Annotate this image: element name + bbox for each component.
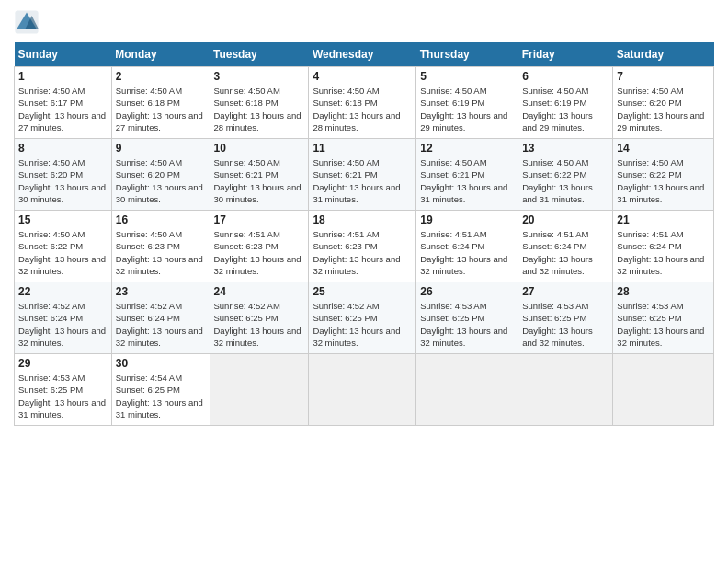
day-number: 4	[313, 70, 412, 83]
day-number: 6	[522, 70, 609, 83]
day-number: 10	[214, 142, 305, 155]
calendar-week-3: 22 Sunrise: 4:52 AM Sunset: 6:24 PM Dayl…	[15, 282, 714, 354]
logo-icon	[14, 9, 40, 35]
calendar-cell: 7 Sunrise: 4:50 AM Sunset: 6:20 PM Dayli…	[613, 67, 714, 139]
calendar-cell: 5 Sunrise: 4:50 AM Sunset: 6:19 PM Dayli…	[416, 67, 518, 139]
calendar-week-1: 8 Sunrise: 4:50 AM Sunset: 6:20 PM Dayli…	[15, 139, 714, 211]
day-info: Sunrise: 4:51 AM Sunset: 6:23 PM Dayligh…	[313, 228, 412, 277]
logo	[14, 9, 43, 35]
calendar-cell	[416, 354, 518, 426]
day-number: 3	[214, 70, 305, 83]
col-header-sunday: Sunday	[15, 42, 112, 67]
col-header-friday: Friday	[518, 42, 613, 67]
calendar-cell: 14 Sunrise: 4:50 AM Sunset: 6:22 PM Dayl…	[613, 139, 714, 211]
calendar-cell	[518, 354, 613, 426]
day-number: 27	[522, 285, 609, 298]
day-info: Sunrise: 4:52 AM Sunset: 6:24 PM Dayligh…	[18, 300, 108, 349]
col-header-thursday: Thursday	[416, 42, 518, 67]
day-info: Sunrise: 4:50 AM Sunset: 6:22 PM Dayligh…	[617, 156, 710, 205]
calendar-cell: 18 Sunrise: 4:51 AM Sunset: 6:23 PM Dayl…	[309, 211, 416, 282]
day-number: 9	[116, 142, 206, 155]
calendar-cell: 9 Sunrise: 4:50 AM Sunset: 6:20 PM Dayli…	[111, 139, 210, 211]
day-number: 23	[116, 285, 206, 298]
day-number: 11	[313, 142, 412, 155]
day-info: Sunrise: 4:53 AM Sunset: 6:25 PM Dayligh…	[18, 372, 108, 420]
calendar-cell: 25 Sunrise: 4:52 AM Sunset: 6:25 PM Dayl…	[309, 282, 416, 354]
calendar-cell: 10 Sunrise: 4:50 AM Sunset: 6:21 PM Dayl…	[210, 139, 309, 211]
day-info: Sunrise: 4:50 AM Sunset: 6:17 PM Dayligh…	[18, 85, 108, 133]
calendar-cell: 13 Sunrise: 4:50 AM Sunset: 6:22 PM Dayl…	[518, 139, 613, 211]
calendar-cell: 26 Sunrise: 4:53 AM Sunset: 6:25 PM Dayl…	[416, 282, 518, 354]
day-number: 13	[522, 142, 609, 155]
col-header-tuesday: Tuesday	[210, 42, 309, 67]
day-info: Sunrise: 4:50 AM Sunset: 6:20 PM Dayligh…	[617, 85, 710, 133]
day-info: Sunrise: 4:53 AM Sunset: 6:25 PM Dayligh…	[617, 300, 710, 349]
day-info: Sunrise: 4:50 AM Sunset: 6:19 PM Dayligh…	[522, 85, 609, 133]
calendar-cell: 15 Sunrise: 4:50 AM Sunset: 6:22 PM Dayl…	[15, 211, 112, 282]
calendar-cell: 12 Sunrise: 4:50 AM Sunset: 6:21 PM Dayl…	[416, 139, 518, 211]
day-number: 14	[617, 142, 710, 155]
day-number: 20	[522, 213, 609, 226]
day-number: 8	[18, 142, 108, 155]
day-number: 22	[18, 285, 108, 298]
day-info: Sunrise: 4:50 AM Sunset: 6:19 PM Dayligh…	[420, 85, 514, 133]
calendar-cell: 1 Sunrise: 4:50 AM Sunset: 6:17 PM Dayli…	[15, 67, 112, 139]
calendar-cell	[613, 354, 714, 426]
day-info: Sunrise: 4:52 AM Sunset: 6:25 PM Dayligh…	[214, 300, 305, 349]
calendar-cell: 20 Sunrise: 4:51 AM Sunset: 6:24 PM Dayl…	[518, 211, 613, 282]
calendar-cell: 4 Sunrise: 4:50 AM Sunset: 6:18 PM Dayli…	[309, 67, 416, 139]
day-info: Sunrise: 4:50 AM Sunset: 6:18 PM Dayligh…	[214, 85, 305, 133]
day-number: 12	[420, 142, 514, 155]
day-info: Sunrise: 4:50 AM Sunset: 6:22 PM Dayligh…	[18, 228, 108, 277]
day-number: 5	[420, 70, 514, 83]
day-info: Sunrise: 4:50 AM Sunset: 6:21 PM Dayligh…	[214, 156, 305, 205]
day-info: Sunrise: 4:50 AM Sunset: 6:18 PM Dayligh…	[313, 85, 412, 133]
calendar-cell: 3 Sunrise: 4:50 AM Sunset: 6:18 PM Dayli…	[210, 67, 309, 139]
calendar-cell: 19 Sunrise: 4:51 AM Sunset: 6:24 PM Dayl…	[416, 211, 518, 282]
day-info: Sunrise: 4:50 AM Sunset: 6:21 PM Dayligh…	[313, 156, 412, 205]
calendar-cell: 30 Sunrise: 4:54 AM Sunset: 6:25 PM Dayl…	[111, 354, 210, 426]
calendar-cell: 16 Sunrise: 4:50 AM Sunset: 6:23 PM Dayl…	[111, 211, 210, 282]
calendar-cell	[309, 354, 416, 426]
calendar-cell	[210, 354, 309, 426]
day-info: Sunrise: 4:50 AM Sunset: 6:20 PM Dayligh…	[18, 156, 108, 205]
calendar-cell: 28 Sunrise: 4:53 AM Sunset: 6:25 PM Dayl…	[613, 282, 714, 354]
day-info: Sunrise: 4:53 AM Sunset: 6:25 PM Dayligh…	[420, 300, 514, 349]
day-number: 2	[116, 70, 206, 83]
col-header-saturday: Saturday	[613, 42, 714, 67]
calendar-cell: 29 Sunrise: 4:53 AM Sunset: 6:25 PM Dayl…	[15, 354, 112, 426]
calendar-cell: 23 Sunrise: 4:52 AM Sunset: 6:24 PM Dayl…	[111, 282, 210, 354]
day-info: Sunrise: 4:50 AM Sunset: 6:18 PM Dayligh…	[116, 85, 206, 133]
calendar-cell: 2 Sunrise: 4:50 AM Sunset: 6:18 PM Dayli…	[111, 67, 210, 139]
calendar-table: SundayMondayTuesdayWednesdayThursdayFrid…	[14, 42, 714, 426]
day-number: 25	[313, 285, 412, 298]
calendar-cell: 24 Sunrise: 4:52 AM Sunset: 6:25 PM Dayl…	[210, 282, 309, 354]
day-number: 26	[420, 285, 514, 298]
col-header-wednesday: Wednesday	[309, 42, 416, 67]
day-info: Sunrise: 4:50 AM Sunset: 6:20 PM Dayligh…	[116, 156, 206, 205]
day-number: 17	[214, 213, 305, 226]
day-info: Sunrise: 4:50 AM Sunset: 6:22 PM Dayligh…	[522, 156, 609, 205]
day-number: 16	[116, 213, 206, 226]
calendar-week-0: 1 Sunrise: 4:50 AM Sunset: 6:17 PM Dayli…	[15, 67, 714, 139]
day-number: 30	[116, 357, 206, 370]
day-number: 18	[313, 213, 412, 226]
calendar-cell: 11 Sunrise: 4:50 AM Sunset: 6:21 PM Dayl…	[309, 139, 416, 211]
day-number: 29	[18, 357, 108, 370]
day-info: Sunrise: 4:50 AM Sunset: 6:21 PM Dayligh…	[420, 156, 514, 205]
calendar-week-4: 29 Sunrise: 4:53 AM Sunset: 6:25 PM Dayl…	[15, 354, 714, 426]
header	[14, 9, 714, 35]
calendar-week-2: 15 Sunrise: 4:50 AM Sunset: 6:22 PM Dayl…	[15, 211, 714, 282]
day-number: 1	[18, 70, 108, 83]
day-info: Sunrise: 4:52 AM Sunset: 6:24 PM Dayligh…	[116, 300, 206, 349]
day-number: 21	[617, 213, 710, 226]
day-info: Sunrise: 4:54 AM Sunset: 6:25 PM Dayligh…	[116, 372, 206, 420]
calendar-cell: 22 Sunrise: 4:52 AM Sunset: 6:24 PM Dayl…	[15, 282, 112, 354]
calendar-cell: 21 Sunrise: 4:51 AM Sunset: 6:24 PM Dayl…	[613, 211, 714, 282]
day-number: 15	[18, 213, 108, 226]
day-info: Sunrise: 4:51 AM Sunset: 6:23 PM Dayligh…	[214, 228, 305, 277]
calendar-cell: 8 Sunrise: 4:50 AM Sunset: 6:20 PM Dayli…	[15, 139, 112, 211]
day-info: Sunrise: 4:50 AM Sunset: 6:23 PM Dayligh…	[116, 228, 206, 277]
day-info: Sunrise: 4:52 AM Sunset: 6:25 PM Dayligh…	[313, 300, 412, 349]
calendar-cell: 6 Sunrise: 4:50 AM Sunset: 6:19 PM Dayli…	[518, 67, 613, 139]
